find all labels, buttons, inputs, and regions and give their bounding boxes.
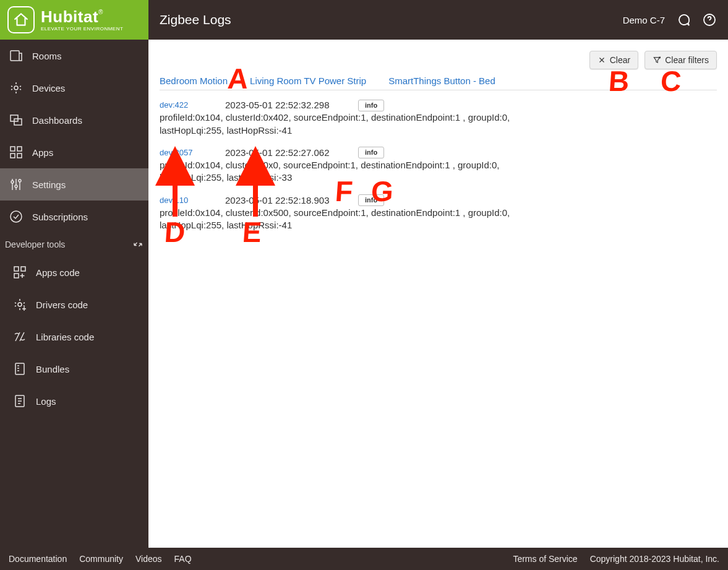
- sidebar-item-label: Devices: [32, 83, 65, 93]
- sidebar-item-rooms[interactable]: Rooms: [0, 40, 148, 72]
- brand-tagline: ELEVATE YOUR ENVIRONMENT: [41, 26, 123, 32]
- sidebar-item-apps-code[interactable]: Apps code: [0, 256, 148, 288]
- svg-rect-4: [11, 147, 15, 151]
- drivers-code-icon: [12, 297, 27, 312]
- logo-area[interactable]: Hubitat® ELEVATE YOUR ENVIRONMENT: [0, 0, 148, 40]
- log-entry: dev:2057 2023-05-01 22:52:27.062 info pr…: [160, 143, 717, 191]
- sidebar: Hubitat® ELEVATE YOUR ENVIRONMENT Rooms …: [0, 0, 148, 548]
- log-list: dev:422 2023-05-01 22:52:32.298 info pro…: [160, 95, 717, 238]
- content: Clear Clear filters Bedroom Motion Livin…: [148, 40, 728, 548]
- brand-name: Hubitat: [41, 7, 98, 26]
- sidebar-item-label: Logs: [36, 396, 56, 407]
- bundles-icon: [12, 361, 27, 376]
- sidebar-item-bundles[interactable]: Bundles: [0, 353, 148, 385]
- button-label: Clear: [610, 55, 630, 65]
- svg-rect-14: [14, 274, 19, 278]
- svg-rect-6: [11, 153, 15, 158]
- logs-icon: [12, 394, 27, 408]
- sidebar-item-logs[interactable]: Logs: [0, 385, 148, 417]
- collapse-icon[interactable]: [132, 239, 143, 250]
- log-level-badge: info: [358, 194, 384, 206]
- app-header: Zigbee Logs Demo C-7: [148, 0, 728, 40]
- svg-point-10: [19, 179, 21, 182]
- main-area: Zigbee Logs Demo C-7 Clear Clear: [148, 0, 728, 548]
- footer-copyright: Copyright 2018-2023 Hubitat, Inc.: [590, 554, 719, 564]
- log-extra: lastHopLqi:255, lastHopRssi:-41: [160, 124, 717, 137]
- footer-link-faq[interactable]: FAQ: [174, 554, 192, 564]
- clear-button[interactable]: Clear: [589, 51, 638, 69]
- log-message: profileId:0x104, clusterId:0x0, sourceEn…: [160, 159, 500, 171]
- svg-point-8: [11, 181, 14, 183]
- developer-tools-nav: Apps code Drivers code Libraries code Bu…: [0, 256, 148, 417]
- svg-point-15: [18, 303, 22, 306]
- filter-link[interactable]: SmartThings Button - Bed: [388, 76, 495, 86]
- sidebar-item-label: Subscriptions: [32, 212, 88, 222]
- toolbar: Clear Clear filters: [160, 51, 717, 69]
- sidebar-item-label: Apps code: [36, 267, 80, 278]
- svg-point-1: [14, 86, 18, 90]
- svg-point-9: [15, 185, 17, 188]
- sidebar-item-label: Settings: [32, 179, 66, 190]
- footer-link-terms[interactable]: Terms of Service: [513, 554, 577, 564]
- log-message: profileId:0x104, clusterId:0x500, source…: [160, 207, 510, 219]
- clear-filters-button[interactable]: Clear filters: [644, 51, 717, 69]
- section-label: Developer tools: [5, 240, 65, 249]
- svg-rect-16: [15, 363, 24, 374]
- log-level-badge: info: [358, 147, 384, 158]
- rooms-icon: [9, 48, 24, 63]
- sidebar-item-label: Bundles: [36, 364, 69, 374]
- chat-icon[interactable]: [676, 12, 691, 27]
- sidebar-item-dashboards[interactable]: Dashboards: [0, 104, 148, 136]
- developer-tools-header[interactable]: Developer tools: [0, 233, 148, 256]
- logo-icon: [7, 6, 35, 33]
- footer-link-videos[interactable]: Videos: [135, 554, 162, 564]
- main-nav: Rooms Devices Dashboards Apps Settings S…: [0, 40, 148, 417]
- settings-icon: [9, 177, 24, 192]
- log-level-badge: info: [358, 100, 384, 111]
- sidebar-item-label: Drivers code: [36, 300, 88, 310]
- apps-icon: [9, 145, 24, 160]
- help-icon[interactable]: [702, 12, 717, 27]
- svg-rect-7: [17, 153, 22, 158]
- footer-link-documentation[interactable]: Documentation: [9, 554, 67, 564]
- libraries-code-icon: [12, 329, 27, 344]
- svg-rect-0: [11, 51, 19, 61]
- footer-link-community[interactable]: Community: [79, 554, 123, 564]
- sidebar-item-devices[interactable]: Devices: [0, 72, 148, 104]
- dashboards-icon: [9, 113, 24, 127]
- button-label: Clear filters: [665, 55, 709, 65]
- sidebar-item-libraries-code[interactable]: Libraries code: [0, 321, 148, 353]
- log-timestamp: 2023-05-01 22:52:27.062: [225, 147, 333, 159]
- svg-rect-13: [21, 267, 25, 271]
- registered-mark: ®: [98, 9, 103, 15]
- log-timestamp: 2023-05-01 22:52:18.903: [225, 194, 333, 207]
- sidebar-item-settings[interactable]: Settings: [0, 168, 148, 201]
- log-timestamp: 2023-05-01 22:52:32.298: [225, 99, 333, 111]
- device-link[interactable]: dev:2057: [160, 147, 195, 158]
- device-link[interactable]: dev:110: [160, 195, 195, 206]
- filter-link[interactable]: Bedroom Motion: [160, 76, 228, 86]
- subscriptions-icon: [9, 209, 24, 224]
- sidebar-item-label: Rooms: [32, 51, 62, 61]
- sidebar-item-subscriptions[interactable]: Subscriptions: [0, 201, 148, 233]
- svg-point-11: [11, 211, 22, 222]
- sidebar-item-label: Dashboards: [32, 115, 82, 126]
- hub-name[interactable]: Demo C-7: [623, 15, 665, 25]
- sidebar-item-apps[interactable]: Apps: [0, 136, 148, 168]
- page-title: Zigbee Logs: [160, 12, 231, 27]
- log-entry: dev:422 2023-05-01 22:52:32.298 info pro…: [160, 95, 717, 143]
- filter-link[interactable]: Living Room TV Power Strip: [250, 76, 366, 86]
- log-entry: dev:110 2023-05-01 22:52:18.903 info pro…: [160, 191, 717, 238]
- svg-rect-5: [17, 147, 22, 151]
- log-extra: lastHopLqi:255, lastHopRssi:-41: [160, 219, 717, 231]
- device-link[interactable]: dev:422: [160, 100, 195, 111]
- sidebar-item-label: Libraries code: [36, 332, 94, 342]
- log-message: profileId:0x104, clusterId:0x402, source…: [160, 111, 510, 124]
- apps-code-icon: [12, 265, 27, 280]
- filter-row: Bedroom Motion Living Room TV Power Stri…: [160, 76, 717, 90]
- log-extra: lastHopLqi:255, lastHopRssi:-33: [160, 171, 717, 184]
- logo-text-wrap: Hubitat® ELEVATE YOUR ENVIRONMENT: [41, 9, 123, 32]
- sidebar-item-drivers-code[interactable]: Drivers code: [0, 288, 148, 321]
- svg-rect-12: [14, 267, 19, 271]
- devices-icon: [9, 80, 24, 95]
